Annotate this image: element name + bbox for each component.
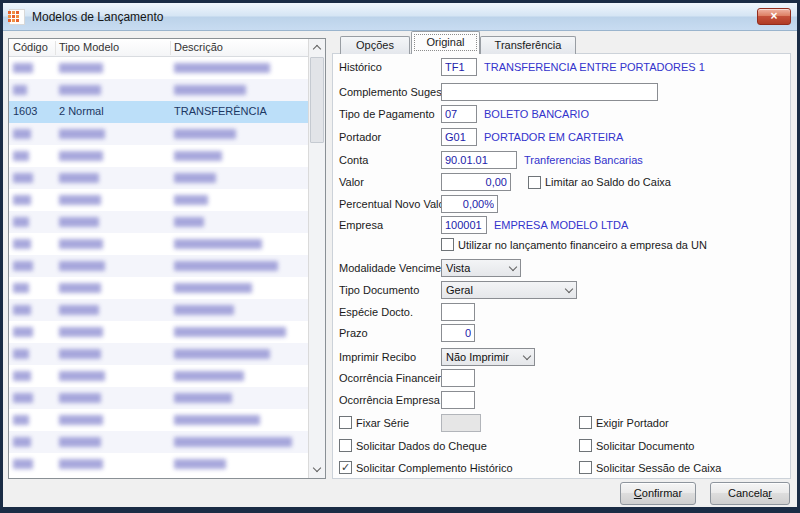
table-row[interactable] xyxy=(9,321,308,343)
exigir-portador-checkbox-group[interactable]: Exigir Portador xyxy=(579,416,669,429)
tab-panel-original: Histórico TRANSFERENCIA ENTRE PORTADORES… xyxy=(332,53,791,479)
column-header-tipo-modelo[interactable]: Tipo Modelo xyxy=(59,41,171,55)
limitar-saldo-checkbox[interactable] xyxy=(528,176,541,189)
table-cell: 2 Normal xyxy=(59,105,104,117)
ocorrencia-empresa-input[interactable] xyxy=(441,391,475,409)
historico-description: TRANSFERENCIA ENTRE PORTADORES 1 xyxy=(484,61,705,73)
historico-code-input[interactable] xyxy=(441,58,477,76)
tab-transferencia[interactable]: Transferência xyxy=(480,36,576,54)
tipo-pagamento-code-input[interactable] xyxy=(441,105,477,123)
table-row[interactable] xyxy=(9,299,308,321)
utilizar-empresa-un-checkbox[interactable] xyxy=(441,238,454,251)
solicitar-cheque-label: Solicitar Dados do Cheque xyxy=(356,440,487,452)
solicitar-sessao-checkbox-group[interactable]: Solicitar Sessão de Caixa xyxy=(579,461,721,474)
fixar-serie-checkbox[interactable] xyxy=(339,416,352,429)
table-row[interactable] xyxy=(9,145,308,167)
table-row[interactable] xyxy=(9,123,308,145)
redacted-text xyxy=(13,437,31,447)
scroll-up-button[interactable] xyxy=(309,39,325,56)
table-cell: TRANSFERÊNCIA xyxy=(174,105,267,117)
solicitar-documento-checkbox-group[interactable]: Solicitar Documento xyxy=(579,439,694,452)
table-row[interactable] xyxy=(9,431,308,453)
redacted-text xyxy=(59,415,103,425)
complemento-input[interactable] xyxy=(441,83,658,101)
tipo-documento-select[interactable]: Geral xyxy=(441,281,577,299)
scrollbar[interactable] xyxy=(308,39,325,478)
table-row[interactable] xyxy=(9,453,308,475)
valor-label: Valor xyxy=(339,176,364,188)
tipo-pagamento-label: Tipo de Pagamento xyxy=(339,108,435,120)
redacted-text xyxy=(59,85,101,95)
complemento-label: Complemento Sugestão xyxy=(339,86,457,98)
table-row[interactable] xyxy=(9,387,308,409)
table-row[interactable] xyxy=(9,189,308,211)
solicitar-sessao-checkbox[interactable] xyxy=(579,461,592,474)
redacted-text xyxy=(13,459,33,469)
redacted-text xyxy=(59,437,101,447)
solicitar-documento-checkbox[interactable] xyxy=(579,439,592,452)
fixar-serie-disabled-input xyxy=(441,414,481,432)
dialog-window: Modelos de Lançamento × Código Tipo Mode… xyxy=(0,0,800,513)
redacted-text xyxy=(59,283,101,293)
exigir-portador-checkbox[interactable] xyxy=(579,416,592,429)
table-row[interactable]: 16032 NormalTRANSFERÊNCIA xyxy=(9,101,308,123)
table-row[interactable] xyxy=(9,365,308,387)
portador-label: Portador xyxy=(339,131,381,143)
solicitar-cheque-checkbox[interactable] xyxy=(339,439,352,452)
redacted-text xyxy=(174,239,262,249)
conta-code-input[interactable] xyxy=(441,151,517,169)
fixar-serie-checkbox-group[interactable]: Fixar Série xyxy=(339,416,409,429)
redacted-text xyxy=(13,63,33,73)
field-row-conta: Conta Tranferencias Bancarias xyxy=(339,151,786,169)
redacted-text xyxy=(59,349,101,359)
tab-opcoes[interactable]: Opções xyxy=(340,36,410,54)
redacted-text xyxy=(174,349,270,359)
imprimir-recibo-select[interactable]: Não Imprimir xyxy=(441,348,535,366)
field-row-historico: Histórico TRANSFERENCIA ENTRE PORTADORES… xyxy=(339,58,786,76)
ocorrencia-financeira-input[interactable] xyxy=(441,369,475,387)
redacted-text xyxy=(174,261,278,271)
confirm-button[interactable]: Confirmar xyxy=(620,482,696,505)
tab-original[interactable]: Original xyxy=(411,31,480,54)
table-row[interactable] xyxy=(9,167,308,189)
empresa-code-input[interactable] xyxy=(441,216,487,234)
close-icon: × xyxy=(770,9,777,23)
utilizar-empresa-un-checkbox-group[interactable]: Utilizar no lançamento financeiro a empr… xyxy=(441,238,707,251)
redacted-text xyxy=(174,283,252,293)
solicitar-complemento-checkbox[interactable] xyxy=(339,461,352,474)
modalidade-select[interactable]: Vista xyxy=(441,259,521,277)
scroll-thumb[interactable] xyxy=(310,57,324,143)
titlebar[interactable]: Modelos de Lançamento × xyxy=(3,3,797,31)
redacted-text xyxy=(13,415,29,425)
chevron-down-icon xyxy=(565,284,573,292)
redacted-text xyxy=(13,349,29,359)
redacted-text xyxy=(59,459,103,469)
cancel-button[interactable]: Cancelar xyxy=(710,482,790,505)
table-row[interactable] xyxy=(9,211,308,233)
table-row[interactable] xyxy=(9,79,308,101)
valor-input[interactable] xyxy=(441,173,511,191)
empresa-label: Empresa xyxy=(339,219,383,231)
especie-input[interactable] xyxy=(441,303,475,321)
table-row[interactable] xyxy=(9,57,308,79)
percentual-input[interactable] xyxy=(441,195,498,213)
table-row[interactable] xyxy=(9,277,308,299)
redacted-text xyxy=(59,217,99,227)
scroll-down-button[interactable] xyxy=(309,461,325,478)
field-row-prazo: Prazo xyxy=(339,324,786,342)
close-button[interactable]: × xyxy=(757,8,791,25)
table-row[interactable] xyxy=(9,255,308,277)
table-row[interactable] xyxy=(9,343,308,365)
column-header-codigo[interactable]: Código xyxy=(13,41,56,55)
limitar-saldo-checkbox-group[interactable]: Limitar ao Saldo do Caixa xyxy=(528,176,671,189)
field-row-imprimir-recibo: Imprimir Recibo Não Imprimir xyxy=(339,348,786,366)
portador-code-input[interactable] xyxy=(441,128,477,146)
field-row-modalidade: Modalidade Vencimento Vista xyxy=(339,259,786,277)
prazo-input[interactable] xyxy=(441,324,475,342)
solicitar-cheque-checkbox-group[interactable]: Solicitar Dados do Cheque xyxy=(339,439,487,452)
column-header-descricao[interactable]: Descrição xyxy=(174,41,223,53)
conta-label: Conta xyxy=(339,154,368,166)
table-row[interactable] xyxy=(9,233,308,255)
table-row[interactable] xyxy=(9,409,308,431)
solicitar-complemento-checkbox-group[interactable]: Solicitar Complemento Histórico xyxy=(339,461,513,474)
